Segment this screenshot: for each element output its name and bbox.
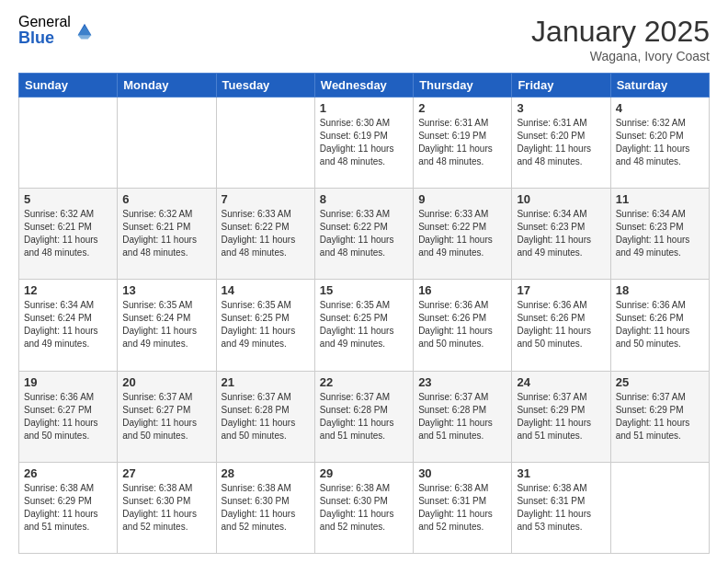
day-header-thursday: Thursday — [414, 74, 512, 98]
day-info: Sunrise: 6:34 AMSunset: 6:24 PMDaylight:… — [24, 299, 112, 350]
calendar-cell: 17Sunrise: 6:36 AMSunset: 6:26 PMDayligh… — [512, 280, 610, 371]
week-row-5: 26Sunrise: 6:38 AMSunset: 6:29 PMDayligh… — [19, 462, 710, 553]
title-block: January 2025 Wagana, Ivory Coast — [531, 15, 710, 63]
day-number: 18 — [616, 283, 704, 297]
day-info: Sunrise: 6:37 AMSunset: 6:28 PMDaylight:… — [418, 391, 506, 442]
day-info: Sunrise: 6:35 AMSunset: 6:25 PMDaylight:… — [222, 299, 310, 350]
logo-blue: Blue — [18, 29, 71, 46]
calendar-cell: 12Sunrise: 6:34 AMSunset: 6:24 PMDayligh… — [19, 280, 118, 371]
day-info: Sunrise: 6:35 AMSunset: 6:25 PMDaylight:… — [320, 299, 408, 350]
calendar-header-row: SundayMondayTuesdayWednesdayThursdayFrid… — [19, 74, 710, 98]
day-info: Sunrise: 6:37 AMSunset: 6:28 PMDaylight:… — [222, 391, 310, 442]
day-header-tuesday: Tuesday — [216, 74, 314, 98]
calendar-cell: 3Sunrise: 6:31 AMSunset: 6:20 PMDaylight… — [512, 98, 610, 189]
week-row-3: 12Sunrise: 6:34 AMSunset: 6:24 PMDayligh… — [19, 280, 710, 371]
day-number: 6 — [122, 192, 210, 206]
logo-icon — [74, 20, 95, 40]
calendar-cell — [118, 98, 216, 189]
day-info: Sunrise: 6:37 AMSunset: 6:29 PMDaylight:… — [616, 391, 704, 442]
header: General Blue January 2025 Wagana, Ivory … — [18, 15, 710, 63]
day-info: Sunrise: 6:30 AMSunset: 6:19 PMDaylight:… — [320, 117, 408, 168]
day-info: Sunrise: 6:36 AMSunset: 6:26 PMDaylight:… — [418, 299, 506, 350]
day-header-wednesday: Wednesday — [314, 74, 413, 98]
month-title: January 2025 — [531, 15, 710, 49]
week-row-4: 19Sunrise: 6:36 AMSunset: 6:27 PMDayligh… — [19, 371, 710, 462]
calendar-cell — [19, 98, 118, 189]
calendar-cell: 2Sunrise: 6:31 AMSunset: 6:19 PMDaylight… — [414, 98, 512, 189]
day-info: Sunrise: 6:31 AMSunset: 6:20 PMDaylight:… — [517, 117, 605, 168]
day-number: 25 — [616, 375, 704, 389]
day-number: 21 — [222, 375, 310, 389]
day-number: 11 — [616, 192, 704, 206]
calendar-cell: 15Sunrise: 6:35 AMSunset: 6:25 PMDayligh… — [314, 280, 413, 371]
day-info: Sunrise: 6:38 AMSunset: 6:31 PMDaylight:… — [517, 482, 605, 534]
calendar-cell: 11Sunrise: 6:34 AMSunset: 6:23 PMDayligh… — [610, 189, 709, 280]
day-header-friday: Friday — [512, 74, 610, 98]
day-number: 16 — [418, 283, 506, 297]
day-info: Sunrise: 6:32 AMSunset: 6:20 PMDaylight:… — [616, 117, 704, 168]
day-number: 7 — [222, 192, 310, 206]
calendar-cell: 1Sunrise: 6:30 AMSunset: 6:19 PMDaylight… — [314, 98, 413, 189]
calendar-cell: 26Sunrise: 6:38 AMSunset: 6:29 PMDayligh… — [19, 462, 118, 553]
day-info: Sunrise: 6:36 AMSunset: 6:26 PMDaylight:… — [517, 299, 605, 350]
location-subtitle: Wagana, Ivory Coast — [531, 49, 710, 63]
day-header-saturday: Saturday — [610, 74, 709, 98]
day-info: Sunrise: 6:37 AMSunset: 6:27 PMDaylight:… — [122, 391, 210, 442]
day-info: Sunrise: 6:33 AMSunset: 6:22 PMDaylight:… — [222, 208, 310, 259]
calendar-cell: 30Sunrise: 6:38 AMSunset: 6:31 PMDayligh… — [414, 462, 512, 553]
day-number: 23 — [418, 375, 506, 389]
day-number: 5 — [24, 192, 112, 206]
calendar-cell: 31Sunrise: 6:38 AMSunset: 6:31 PMDayligh… — [512, 462, 610, 553]
day-number: 31 — [517, 466, 605, 480]
calendar-cell: 5Sunrise: 6:32 AMSunset: 6:21 PMDaylight… — [19, 189, 118, 280]
day-info: Sunrise: 6:37 AMSunset: 6:29 PMDaylight:… — [517, 391, 605, 442]
day-info: Sunrise: 6:35 AMSunset: 6:24 PMDaylight:… — [122, 299, 210, 350]
week-row-1: 1Sunrise: 6:30 AMSunset: 6:19 PMDaylight… — [19, 98, 710, 189]
day-number: 1 — [320, 101, 408, 115]
day-number: 20 — [122, 375, 210, 389]
calendar-cell: 29Sunrise: 6:38 AMSunset: 6:30 PMDayligh… — [314, 462, 413, 553]
calendar-cell: 13Sunrise: 6:35 AMSunset: 6:24 PMDayligh… — [118, 280, 216, 371]
calendar-cell: 24Sunrise: 6:37 AMSunset: 6:29 PMDayligh… — [512, 371, 610, 462]
week-row-2: 5Sunrise: 6:32 AMSunset: 6:21 PMDaylight… — [19, 189, 710, 280]
day-number: 3 — [517, 101, 605, 115]
calendar-cell — [610, 462, 709, 553]
calendar-cell: 23Sunrise: 6:37 AMSunset: 6:28 PMDayligh… — [414, 371, 512, 462]
day-number: 19 — [24, 375, 112, 389]
day-number: 26 — [24, 466, 112, 480]
day-info: Sunrise: 6:38 AMSunset: 6:30 PMDaylight:… — [122, 482, 210, 534]
calendar-cell: 21Sunrise: 6:37 AMSunset: 6:28 PMDayligh… — [216, 371, 314, 462]
day-info: Sunrise: 6:38 AMSunset: 6:29 PMDaylight:… — [24, 482, 112, 534]
day-number: 4 — [616, 101, 704, 115]
calendar-cell: 27Sunrise: 6:38 AMSunset: 6:30 PMDayligh… — [118, 462, 216, 553]
calendar-cell: 22Sunrise: 6:37 AMSunset: 6:28 PMDayligh… — [314, 371, 413, 462]
day-number: 24 — [517, 375, 605, 389]
day-info: Sunrise: 6:38 AMSunset: 6:30 PMDaylight:… — [320, 482, 408, 534]
day-number: 17 — [517, 283, 605, 297]
calendar-cell: 7Sunrise: 6:33 AMSunset: 6:22 PMDaylight… — [216, 189, 314, 280]
day-info: Sunrise: 6:38 AMSunset: 6:31 PMDaylight:… — [418, 482, 506, 534]
day-info: Sunrise: 6:37 AMSunset: 6:28 PMDaylight:… — [320, 391, 408, 442]
day-number: 9 — [418, 192, 506, 206]
day-info: Sunrise: 6:36 AMSunset: 6:26 PMDaylight:… — [616, 299, 704, 350]
day-number: 2 — [418, 101, 506, 115]
logo-text: General Blue — [18, 15, 71, 46]
day-number: 15 — [320, 283, 408, 297]
day-info: Sunrise: 6:34 AMSunset: 6:23 PMDaylight:… — [517, 208, 605, 259]
calendar-cell: 6Sunrise: 6:32 AMSunset: 6:21 PMDaylight… — [118, 189, 216, 280]
calendar-cell: 9Sunrise: 6:33 AMSunset: 6:22 PMDaylight… — [414, 189, 512, 280]
calendar-cell: 25Sunrise: 6:37 AMSunset: 6:29 PMDayligh… — [610, 371, 709, 462]
svg-marker-1 — [78, 26, 92, 40]
calendar-cell: 16Sunrise: 6:36 AMSunset: 6:26 PMDayligh… — [414, 280, 512, 371]
calendar-cell: 20Sunrise: 6:37 AMSunset: 6:27 PMDayligh… — [118, 371, 216, 462]
day-number: 30 — [418, 466, 506, 480]
day-info: Sunrise: 6:36 AMSunset: 6:27 PMDaylight:… — [24, 391, 112, 442]
day-header-monday: Monday — [118, 74, 216, 98]
day-header-sunday: Sunday — [19, 74, 118, 98]
calendar-cell: 18Sunrise: 6:36 AMSunset: 6:26 PMDayligh… — [610, 280, 709, 371]
day-number: 28 — [222, 466, 310, 480]
calendar-cell — [216, 98, 314, 189]
day-number: 22 — [320, 375, 408, 389]
calendar-cell: 14Sunrise: 6:35 AMSunset: 6:25 PMDayligh… — [216, 280, 314, 371]
calendar-cell: 8Sunrise: 6:33 AMSunset: 6:22 PMDaylight… — [314, 189, 413, 280]
